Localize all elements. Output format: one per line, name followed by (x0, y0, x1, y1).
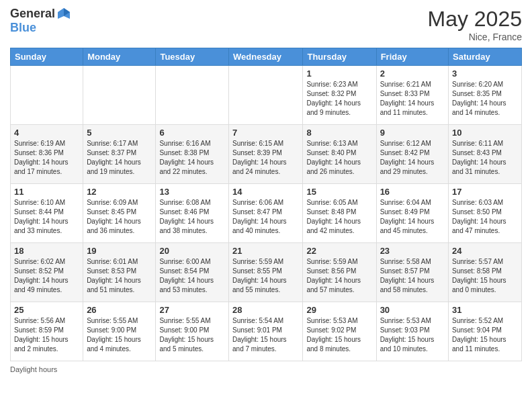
day-info: Sunrise: 6:08 AMSunset: 8:46 PMDaylight:… (159, 198, 225, 236)
table-row: 29Sunrise: 5:53 AMSunset: 9:02 PMDayligh… (303, 302, 376, 361)
table-row: 18Sunrise: 6:02 AMSunset: 8:52 PMDayligh… (11, 243, 83, 302)
day-info: Sunrise: 6:13 AMSunset: 8:40 PMDaylight:… (306, 139, 372, 177)
day-info: Sunrise: 5:52 AMSunset: 9:04 PMDaylight:… (452, 316, 518, 354)
daylight-label: Daylight hours (10, 365, 57, 373)
day-number: 3 (452, 68, 518, 79)
table-row (11, 66, 83, 125)
col-sunday: Sunday (11, 48, 83, 66)
day-number: 8 (306, 128, 372, 138)
col-wednesday: Wednesday (229, 48, 303, 66)
day-number: 26 (87, 305, 152, 315)
calendar-week-row: 11Sunrise: 6:10 AMSunset: 8:44 PMDayligh… (11, 184, 522, 243)
day-number: 11 (14, 187, 79, 197)
day-info: Sunrise: 5:53 AMSunset: 9:02 PMDaylight:… (306, 316, 372, 354)
table-row: 10Sunrise: 6:11 AMSunset: 8:43 PMDayligh… (449, 125, 522, 184)
day-info: Sunrise: 6:15 AMSunset: 8:39 PMDaylight:… (232, 139, 299, 177)
day-info: Sunrise: 6:01 AMSunset: 8:53 PMDaylight:… (87, 257, 152, 295)
col-monday: Monday (83, 48, 156, 66)
day-number: 10 (452, 128, 518, 138)
table-row: 19Sunrise: 6:01 AMSunset: 8:53 PMDayligh… (83, 243, 156, 302)
table-row: 13Sunrise: 6:08 AMSunset: 8:46 PMDayligh… (156, 184, 229, 243)
logo-blue-text: Blue (10, 21, 71, 35)
day-info: Sunrise: 6:09 AMSunset: 8:45 PMDaylight:… (87, 198, 152, 236)
table-row: 4Sunrise: 6:19 AMSunset: 8:36 PMDaylight… (11, 125, 83, 184)
table-row: 17Sunrise: 6:03 AMSunset: 8:50 PMDayligh… (449, 184, 522, 243)
table-row: 31Sunrise: 5:52 AMSunset: 9:04 PMDayligh… (449, 302, 522, 361)
table-row: 2Sunrise: 6:21 AMSunset: 8:33 PMDaylight… (376, 66, 448, 125)
day-number: 24 (452, 246, 518, 256)
header: General Blue May 2025 Nice, France (10, 7, 522, 42)
calendar-table: Sunday Monday Tuesday Wednesday Thursday… (10, 48, 522, 361)
day-number: 9 (380, 128, 445, 138)
day-number: 13 (159, 187, 225, 197)
table-row: 27Sunrise: 5:55 AMSunset: 9:00 PMDayligh… (156, 302, 229, 361)
day-info: Sunrise: 5:59 AMSunset: 8:56 PMDaylight:… (306, 257, 372, 295)
table-row (229, 66, 303, 125)
page: General Blue May 2025 Nice, France Sunda… (0, 0, 532, 411)
day-number: 14 (232, 187, 299, 197)
calendar-week-row: 25Sunrise: 5:56 AMSunset: 8:59 PMDayligh… (11, 302, 522, 361)
day-info: Sunrise: 5:58 AMSunset: 8:57 PMDaylight:… (380, 257, 445, 295)
table-row: 26Sunrise: 5:55 AMSunset: 9:00 PMDayligh… (83, 302, 156, 361)
title-block: May 2025 Nice, France (427, 7, 522, 42)
table-row: 20Sunrise: 6:00 AMSunset: 8:54 PMDayligh… (156, 243, 229, 302)
col-saturday: Saturday (449, 48, 522, 66)
day-number: 18 (14, 246, 79, 256)
table-row: 14Sunrise: 6:06 AMSunset: 8:47 PMDayligh… (229, 184, 303, 243)
day-info: Sunrise: 5:55 AMSunset: 9:00 PMDaylight:… (87, 316, 152, 354)
footer: Daylight hours (10, 365, 522, 373)
location: Nice, France (427, 32, 522, 42)
day-info: Sunrise: 6:20 AMSunset: 8:35 PMDaylight:… (452, 80, 518, 118)
table-row: 22Sunrise: 5:59 AMSunset: 8:56 PMDayligh… (303, 243, 376, 302)
day-info: Sunrise: 5:56 AMSunset: 8:59 PMDaylight:… (14, 316, 79, 354)
day-number: 15 (306, 187, 372, 197)
table-row: 8Sunrise: 6:13 AMSunset: 8:40 PMDaylight… (303, 125, 376, 184)
day-number: 30 (380, 305, 445, 315)
logo: General Blue (10, 7, 71, 35)
day-number: 4 (14, 128, 79, 138)
day-info: Sunrise: 6:11 AMSunset: 8:43 PMDaylight:… (452, 139, 518, 177)
table-row (83, 66, 156, 125)
day-info: Sunrise: 6:00 AMSunset: 8:54 PMDaylight:… (159, 257, 225, 295)
day-number: 7 (232, 128, 299, 138)
day-info: Sunrise: 5:53 AMSunset: 9:03 PMDaylight:… (380, 316, 445, 354)
table-row: 7Sunrise: 6:15 AMSunset: 8:39 PMDaylight… (229, 125, 303, 184)
table-row: 11Sunrise: 6:10 AMSunset: 8:44 PMDayligh… (11, 184, 83, 243)
day-info: Sunrise: 6:19 AMSunset: 8:36 PMDaylight:… (14, 139, 79, 177)
table-row: 23Sunrise: 5:58 AMSunset: 8:57 PMDayligh… (376, 243, 448, 302)
day-number: 27 (159, 305, 225, 315)
day-number: 31 (452, 305, 518, 315)
day-info: Sunrise: 6:03 AMSunset: 8:50 PMDaylight:… (452, 198, 518, 236)
col-thursday: Thursday (303, 48, 376, 66)
day-info: Sunrise: 6:17 AMSunset: 8:37 PMDaylight:… (87, 139, 152, 177)
day-info: Sunrise: 6:23 AMSunset: 8:32 PMDaylight:… (306, 80, 372, 118)
day-number: 6 (159, 128, 225, 138)
day-number: 25 (14, 305, 79, 315)
day-info: Sunrise: 6:02 AMSunset: 8:52 PMDaylight:… (14, 257, 79, 295)
day-number: 12 (87, 187, 152, 197)
day-number: 28 (232, 305, 299, 315)
table-row: 28Sunrise: 5:54 AMSunset: 9:01 PMDayligh… (229, 302, 303, 361)
table-row: 16Sunrise: 6:04 AMSunset: 8:49 PMDayligh… (376, 184, 448, 243)
day-info: Sunrise: 6:05 AMSunset: 8:48 PMDaylight:… (306, 198, 372, 236)
table-row: 30Sunrise: 5:53 AMSunset: 9:03 PMDayligh… (376, 302, 448, 361)
day-info: Sunrise: 6:10 AMSunset: 8:44 PMDaylight:… (14, 198, 79, 236)
day-number: 29 (306, 305, 372, 315)
day-info: Sunrise: 5:57 AMSunset: 8:58 PMDaylight:… (452, 257, 518, 295)
table-row: 24Sunrise: 5:57 AMSunset: 8:58 PMDayligh… (449, 243, 522, 302)
day-number: 5 (87, 128, 152, 138)
day-info: Sunrise: 6:21 AMSunset: 8:33 PMDaylight:… (380, 80, 445, 118)
day-number: 2 (380, 68, 445, 79)
day-number: 16 (380, 187, 445, 197)
day-number: 20 (159, 246, 225, 256)
day-info: Sunrise: 6:04 AMSunset: 8:49 PMDaylight:… (380, 198, 445, 236)
table-row: 5Sunrise: 6:17 AMSunset: 8:37 PMDaylight… (83, 125, 156, 184)
day-info: Sunrise: 5:59 AMSunset: 8:55 PMDaylight:… (232, 257, 299, 295)
month-title: May 2025 (427, 7, 522, 32)
table-row: 12Sunrise: 6:09 AMSunset: 8:45 PMDayligh… (83, 184, 156, 243)
calendar-week-row: 4Sunrise: 6:19 AMSunset: 8:36 PMDaylight… (11, 125, 522, 184)
calendar-header-row: Sunday Monday Tuesday Wednesday Thursday… (11, 48, 522, 66)
logo-general-text: General (10, 7, 55, 21)
day-info: Sunrise: 5:54 AMSunset: 9:01 PMDaylight:… (232, 316, 299, 354)
day-info: Sunrise: 5:55 AMSunset: 9:00 PMDaylight:… (159, 316, 225, 354)
